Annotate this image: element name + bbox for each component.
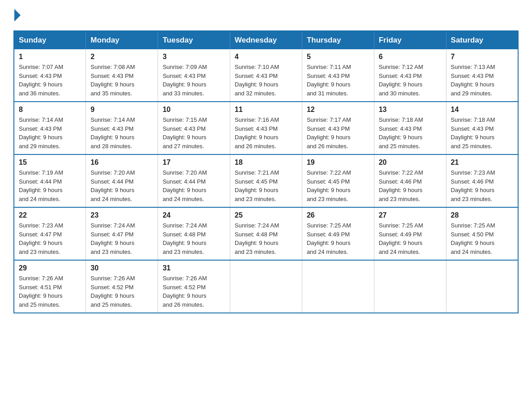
day-number: 6 (379, 53, 442, 61)
calendar-header-row: SundayMondayTuesdayWednesdayThursdayFrid… (14, 31, 518, 49)
day-info: Sunrise: 7:08 AMSunset: 4:43 PMDaylight:… (90, 63, 153, 98)
day-info: Sunrise: 7:10 AMSunset: 4:43 PMDaylight:… (235, 63, 297, 98)
calendar-cell: 23Sunrise: 7:24 AMSunset: 4:47 PMDayligh… (86, 207, 158, 260)
day-info: Sunrise: 7:19 AMSunset: 4:44 PMDaylight:… (19, 168, 81, 203)
calendar-cell: 16Sunrise: 7:20 AMSunset: 4:44 PMDayligh… (86, 154, 158, 207)
weekday-header-friday: Friday (374, 31, 446, 49)
weekday-header-thursday: Thursday (302, 31, 374, 49)
day-info: Sunrise: 7:23 AMSunset: 4:46 PMDaylight:… (451, 168, 513, 203)
calendar-cell: 4Sunrise: 7:10 AMSunset: 4:43 PMDaylight… (230, 49, 302, 102)
day-number: 24 (163, 211, 225, 219)
calendar-cell: 11Sunrise: 7:16 AMSunset: 4:43 PMDayligh… (230, 102, 302, 154)
calendar-cell: 30Sunrise: 7:26 AMSunset: 4:52 PMDayligh… (86, 260, 158, 313)
weekday-header-sunday: Sunday (14, 31, 86, 49)
calendar-cell: 24Sunrise: 7:24 AMSunset: 4:48 PMDayligh… (158, 207, 230, 260)
calendar-cell: 12Sunrise: 7:17 AMSunset: 4:43 PMDayligh… (302, 102, 374, 154)
day-number: 30 (90, 264, 153, 272)
day-info: Sunrise: 7:13 AMSunset: 4:43 PMDaylight:… (451, 63, 513, 98)
calendar-cell (446, 260, 518, 313)
calendar-cell: 2Sunrise: 7:08 AMSunset: 4:43 PMDaylight… (86, 49, 158, 102)
calendar-cell: 29Sunrise: 7:26 AMSunset: 4:51 PMDayligh… (14, 260, 86, 313)
day-number: 13 (379, 106, 442, 114)
calendar-cell: 1Sunrise: 7:07 AMSunset: 4:43 PMDaylight… (14, 49, 86, 102)
calendar-cell: 6Sunrise: 7:12 AMSunset: 4:43 PMDaylight… (374, 49, 446, 102)
day-number: 5 (307, 53, 369, 61)
calendar-cell: 18Sunrise: 7:21 AMSunset: 4:45 PMDayligh… (230, 154, 302, 207)
day-number: 20 (379, 158, 442, 167)
day-info: Sunrise: 7:24 AMSunset: 4:48 PMDaylight:… (235, 221, 297, 256)
day-number: 17 (163, 158, 225, 167)
day-number: 22 (19, 211, 81, 219)
day-number: 23 (90, 211, 153, 219)
day-info: Sunrise: 7:12 AMSunset: 4:43 PMDaylight:… (379, 63, 442, 98)
day-info: Sunrise: 7:25 AMSunset: 4:49 PMDaylight:… (379, 221, 442, 256)
weekday-header-saturday: Saturday (446, 31, 518, 49)
day-number: 27 (379, 211, 442, 219)
calendar-week-row: 1Sunrise: 7:07 AMSunset: 4:43 PMDaylight… (14, 49, 518, 102)
day-info: Sunrise: 7:14 AMSunset: 4:43 PMDaylight:… (90, 116, 153, 150)
calendar-cell: 26Sunrise: 7:25 AMSunset: 4:49 PMDayligh… (302, 207, 374, 260)
calendar-table: SundayMondayTuesdayWednesdayThursdayFrid… (13, 30, 519, 313)
day-number: 26 (307, 211, 369, 219)
calendar-week-row: 22Sunrise: 7:23 AMSunset: 4:47 PMDayligh… (14, 207, 518, 260)
day-number: 18 (235, 158, 297, 167)
day-info: Sunrise: 7:20 AMSunset: 4:44 PMDaylight:… (90, 168, 153, 203)
calendar-cell: 8Sunrise: 7:14 AMSunset: 4:43 PMDaylight… (14, 102, 86, 154)
weekday-header-tuesday: Tuesday (158, 31, 230, 49)
day-info: Sunrise: 7:14 AMSunset: 4:43 PMDaylight:… (19, 116, 81, 150)
day-info: Sunrise: 7:22 AMSunset: 4:46 PMDaylight:… (379, 168, 442, 203)
calendar-cell: 13Sunrise: 7:18 AMSunset: 4:43 PMDayligh… (374, 102, 446, 154)
day-info: Sunrise: 7:07 AMSunset: 4:43 PMDaylight:… (19, 63, 81, 98)
calendar-cell: 15Sunrise: 7:19 AMSunset: 4:44 PMDayligh… (14, 154, 86, 207)
calendar-cell (230, 260, 302, 313)
calendar-cell: 9Sunrise: 7:14 AMSunset: 4:43 PMDaylight… (86, 102, 158, 154)
day-number: 7 (451, 53, 513, 61)
day-number: 16 (90, 158, 153, 167)
day-number: 3 (163, 53, 225, 61)
day-number: 19 (307, 158, 369, 167)
day-info: Sunrise: 7:16 AMSunset: 4:43 PMDaylight:… (235, 116, 297, 150)
calendar-cell: 19Sunrise: 7:22 AMSunset: 4:45 PMDayligh… (302, 154, 374, 207)
day-info: Sunrise: 7:23 AMSunset: 4:47 PMDaylight:… (19, 221, 81, 256)
calendar-cell: 17Sunrise: 7:20 AMSunset: 4:44 PMDayligh… (158, 154, 230, 207)
day-info: Sunrise: 7:26 AMSunset: 4:52 PMDaylight:… (90, 274, 153, 309)
weekday-header-wednesday: Wednesday (230, 31, 302, 49)
calendar-cell: 10Sunrise: 7:15 AMSunset: 4:43 PMDayligh… (158, 102, 230, 154)
day-info: Sunrise: 7:24 AMSunset: 4:47 PMDaylight:… (90, 221, 153, 256)
logo-arrow-icon (14, 9, 21, 21)
day-info: Sunrise: 7:20 AMSunset: 4:44 PMDaylight:… (163, 168, 225, 203)
calendar-cell: 25Sunrise: 7:24 AMSunset: 4:48 PMDayligh… (230, 207, 302, 260)
calendar-cell: 31Sunrise: 7:26 AMSunset: 4:52 PMDayligh… (158, 260, 230, 313)
calendar-cell: 5Sunrise: 7:11 AMSunset: 4:43 PMDaylight… (302, 49, 374, 102)
calendar-week-row: 15Sunrise: 7:19 AMSunset: 4:44 PMDayligh… (14, 154, 518, 207)
day-info: Sunrise: 7:09 AMSunset: 4:43 PMDaylight:… (163, 63, 225, 98)
logo-blue-part (13, 9, 21, 21)
day-info: Sunrise: 7:11 AMSunset: 4:43 PMDaylight:… (307, 63, 369, 98)
day-info: Sunrise: 7:18 AMSunset: 4:43 PMDaylight:… (379, 116, 442, 150)
day-info: Sunrise: 7:26 AMSunset: 4:52 PMDaylight:… (163, 274, 225, 309)
day-info: Sunrise: 7:22 AMSunset: 4:45 PMDaylight:… (307, 168, 369, 203)
calendar-week-row: 29Sunrise: 7:26 AMSunset: 4:51 PMDayligh… (14, 260, 518, 313)
weekday-header-monday: Monday (86, 31, 158, 49)
calendar-week-row: 8Sunrise: 7:14 AMSunset: 4:43 PMDaylight… (14, 102, 518, 154)
day-number: 21 (451, 158, 513, 167)
day-number: 25 (235, 211, 297, 219)
day-info: Sunrise: 7:24 AMSunset: 4:48 PMDaylight:… (163, 221, 225, 256)
day-info: Sunrise: 7:15 AMSunset: 4:43 PMDaylight:… (163, 116, 225, 150)
day-number: 28 (451, 211, 513, 219)
calendar-cell: 28Sunrise: 7:25 AMSunset: 4:50 PMDayligh… (446, 207, 518, 260)
calendar-cell: 14Sunrise: 7:18 AMSunset: 4:43 PMDayligh… (446, 102, 518, 154)
day-info: Sunrise: 7:26 AMSunset: 4:51 PMDaylight:… (19, 274, 81, 309)
day-number: 29 (19, 264, 81, 272)
day-number: 9 (90, 106, 153, 114)
calendar-cell: 7Sunrise: 7:13 AMSunset: 4:43 PMDaylight… (446, 49, 518, 102)
page-header (13, 9, 519, 21)
calendar-cell: 22Sunrise: 7:23 AMSunset: 4:47 PMDayligh… (14, 207, 86, 260)
logo (13, 9, 21, 21)
day-number: 10 (163, 106, 225, 114)
day-number: 8 (19, 106, 81, 114)
day-info: Sunrise: 7:21 AMSunset: 4:45 PMDaylight:… (235, 168, 297, 203)
calendar-cell: 3Sunrise: 7:09 AMSunset: 4:43 PMDaylight… (158, 49, 230, 102)
calendar-cell (302, 260, 374, 313)
day-info: Sunrise: 7:18 AMSunset: 4:43 PMDaylight:… (451, 116, 513, 150)
